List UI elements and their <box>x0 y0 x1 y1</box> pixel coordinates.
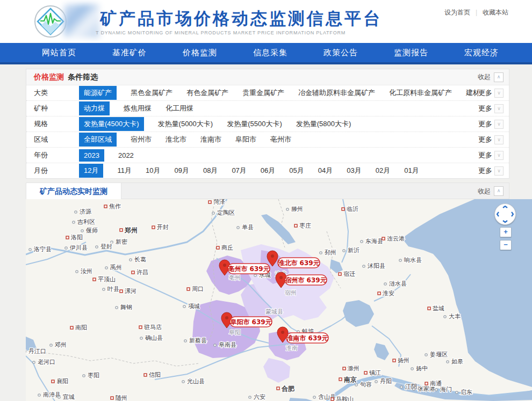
filter-chip[interactable]: 化工原料非金属矿产 <box>389 88 452 98</box>
county-marker-icon <box>76 271 78 273</box>
map-label: 老河口 <box>38 359 55 366</box>
filter-chip-selected[interactable]: 全部区域 <box>79 133 117 147</box>
filter-chip[interactable]: 04月 <box>318 166 333 176</box>
chevron-down-icon: ∨ <box>494 120 504 129</box>
map-label: 偃师 <box>85 227 98 234</box>
city-marker-icon <box>139 326 142 329</box>
filter-chip[interactable]: 01月 <box>404 166 419 176</box>
map-tab-title[interactable]: 矿产品动态实时监测 <box>26 183 121 199</box>
map-label: 汝州 <box>81 268 92 275</box>
filter-row-label: 矿种 <box>34 104 79 113</box>
filter-chip[interactable]: 亳州市 <box>270 135 291 144</box>
price-label-3[interactable]: 宿州市 639元 <box>284 275 327 285</box>
map-label: 枣阳 <box>88 372 99 379</box>
filter-chip[interactable]: 阜阳市 <box>235 135 256 144</box>
svg-text:阜阳市 639元: 阜阳市 639元 <box>229 318 271 326</box>
more-button[interactable]: 更多∨ <box>478 135 504 144</box>
map-label: 亳州 <box>229 274 241 281</box>
map-lake <box>343 300 374 327</box>
filter-chip[interactable]: 发热量(5500大卡) <box>227 119 282 129</box>
filter-chip[interactable]: 黑色金属矿产 <box>131 88 172 98</box>
filter-chip-selected[interactable]: 能源矿产 <box>79 86 117 100</box>
svg-text:亳州市 639元: 亳州市 639元 <box>227 265 269 273</box>
price-label-4[interactable]: 阜阳市 639元 <box>229 317 272 327</box>
filter-chip[interactable]: 炼焦用煤 <box>124 104 152 113</box>
city-marker-icon <box>52 380 54 383</box>
more-button[interactable]: 更多∨ <box>478 166 504 176</box>
filter-chip-selected[interactable]: 发热量(4500大卡) <box>79 117 144 131</box>
map-zoom-in-button[interactable]: + <box>500 227 512 237</box>
pan-arrows-icon <box>495 204 515 224</box>
filter-chip[interactable]: 02月 <box>376 166 390 176</box>
filter-row-label: 区域 <box>34 135 79 144</box>
nav-item-4[interactable]: 信息采集 <box>253 48 287 58</box>
filter-chip[interactable]: 淮南市 <box>200 135 221 144</box>
filter-chip-selected[interactable]: 2023 <box>79 149 104 162</box>
filter-chip[interactable]: 发热量(5800大卡) <box>296 119 351 129</box>
map-pan-control[interactable] <box>494 203 516 225</box>
more-button[interactable]: 更多∨ <box>478 119 504 129</box>
more-button[interactable]: 更多∨ <box>478 88 504 98</box>
filter-chip[interactable]: 发热量(5000大卡) <box>158 119 213 129</box>
filter-chip[interactable]: 淮北市 <box>166 135 186 144</box>
nav-item-5[interactable]: 政策公告 <box>323 48 358 58</box>
filter-chip[interactable]: 06月 <box>261 166 275 176</box>
map-label: 滕州 <box>291 206 303 213</box>
more-button[interactable]: 更多∨ <box>478 150 504 160</box>
filter-row-6: 月份12月11月10月09月08月07月06月05月04月03月02月01月更多… <box>26 163 509 178</box>
map-label: 禹州 <box>110 264 122 271</box>
map-label: 新沂 <box>348 247 360 254</box>
redacted-logo-text <box>64 4 99 38</box>
filter-chip[interactable]: 有色金属矿产 <box>186 88 228 98</box>
price-label-2[interactable]: 淮北市 639元 <box>277 258 320 268</box>
filter-chip[interactable]: 贵重金属矿产 <box>242 88 284 98</box>
filter-chip[interactable]: 08月 <box>203 166 218 176</box>
map-label: 宿州 <box>285 289 297 296</box>
filter-chip-selected[interactable]: 12月 <box>79 164 103 178</box>
nav-item-7[interactable]: 宏观经济 <box>464 48 499 58</box>
set-home-link[interactable]: 设为首页 <box>444 9 470 16</box>
filter-chip[interactable]: 10月 <box>146 166 160 176</box>
filter-chip[interactable]: 建材和其它非金属矿产 <box>466 88 478 98</box>
map[interactable]: 焦作济源吉利区偃师郑州开封洛阳新密登封伊川县洛宁县长葛禹州许昌汝州平顶山叶县漯河… <box>26 199 532 401</box>
map-label: 启东 <box>461 389 472 396</box>
map-label: 涟水县 <box>389 280 407 287</box>
nav-item-1[interactable]: 网站首页 <box>42 48 76 58</box>
filter-collapse-button[interactable]: 收起 ∧ <box>478 72 504 82</box>
county-marker-icon <box>130 259 132 261</box>
city-marker-icon <box>342 208 344 210</box>
filter-chip[interactable]: 05月 <box>289 166 304 176</box>
map-label: 宜城 <box>63 393 75 400</box>
map-label: 周口 <box>192 286 204 293</box>
city-marker-icon <box>294 224 297 227</box>
favorite-link[interactable]: 收藏本站 <box>483 9 508 16</box>
filter-chip[interactable]: 冶金辅助原料非金属矿产 <box>298 88 375 98</box>
nav-item-2[interactable]: 基准矿价 <box>112 48 147 58</box>
filter-chip[interactable]: 宿州市 <box>131 135 152 144</box>
map-label: 丹阳 <box>380 378 392 385</box>
filter-chip[interactable]: 化工用煤 <box>166 104 193 113</box>
more-button[interactable]: 更多∨ <box>478 104 504 113</box>
filter-chip[interactable]: 11月 <box>117 166 132 176</box>
city-marker-icon <box>187 288 190 290</box>
map-zoom-out-button[interactable]: − <box>500 240 512 250</box>
city-marker-icon <box>343 367 346 370</box>
filter-chip[interactable]: 2022 <box>118 151 134 159</box>
price-label-5[interactable]: 淮南市 639元 <box>286 333 328 343</box>
chevron-down-icon: ∨ <box>494 104 504 113</box>
price-label-1[interactable]: 亳州市 639元 <box>227 264 270 274</box>
map-collapse-button[interactable]: 收起 ∧ <box>478 186 504 196</box>
city-marker-icon <box>104 205 107 208</box>
filter-row-label: 规格 <box>34 119 79 129</box>
nav-item-6[interactable]: 监测报告 <box>394 48 428 58</box>
filter-row-label: 月份 <box>34 166 79 176</box>
nav-item-3[interactable]: 价格监测 <box>183 48 217 58</box>
filter-chip[interactable]: 09月 <box>174 166 189 176</box>
filter-chip[interactable]: 07月 <box>232 166 246 176</box>
county-marker-icon <box>96 246 98 248</box>
map-lake <box>374 343 389 360</box>
map-label: 漯河 <box>125 288 136 295</box>
filter-chip-selected[interactable]: 动力煤 <box>79 101 110 115</box>
filter-chip[interactable]: 03月 <box>347 166 361 176</box>
map-label: 马鞍山 <box>336 396 354 401</box>
